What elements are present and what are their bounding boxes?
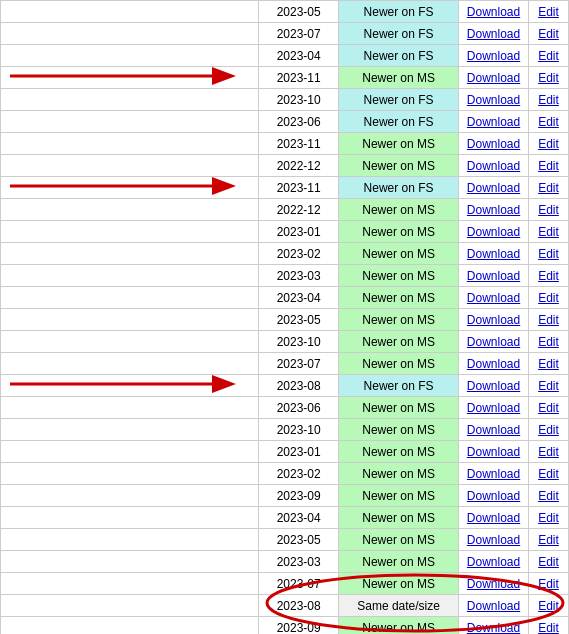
table-row: 2023-11Newer on MSDownloadEdit xyxy=(1,67,569,89)
edit-button[interactable]: Edit xyxy=(538,335,559,349)
edit-button[interactable]: Edit xyxy=(538,467,559,481)
table-row: 2023-05Newer on MSDownloadEdit xyxy=(1,529,569,551)
edit-button[interactable]: Edit xyxy=(538,357,559,371)
edit-button[interactable]: Edit xyxy=(538,621,559,635)
row-date: 2023-06 xyxy=(259,111,339,133)
edit-button[interactable]: Edit xyxy=(538,137,559,151)
table-row: 2023-08Newer on FSDownloadEdit xyxy=(1,375,569,397)
table-row: 2023-07Newer on FSDownloadEdit xyxy=(1,23,569,45)
row-status: Newer on MS xyxy=(339,507,459,529)
download-button[interactable]: Download xyxy=(467,93,520,107)
edit-button[interactable]: Edit xyxy=(538,555,559,569)
table-row: 2023-08Same date/sizeDownloadEdit xyxy=(1,595,569,617)
edit-button[interactable]: Edit xyxy=(538,401,559,415)
row-left xyxy=(1,133,259,155)
download-button[interactable]: Download xyxy=(467,313,520,327)
edit-button[interactable]: Edit xyxy=(538,71,559,85)
edit-button[interactable]: Edit xyxy=(538,291,559,305)
edit-button[interactable]: Edit xyxy=(538,379,559,393)
row-left xyxy=(1,375,259,397)
row-left xyxy=(1,573,259,595)
edit-button[interactable]: Edit xyxy=(538,599,559,613)
download-button[interactable]: Download xyxy=(467,291,520,305)
edit-button[interactable]: Edit xyxy=(538,159,559,173)
row-edit-cell: Edit xyxy=(529,573,569,595)
row-download-cell: Download xyxy=(459,595,529,617)
row-download-cell: Download xyxy=(459,133,529,155)
download-button[interactable]: Download xyxy=(467,445,520,459)
download-button[interactable]: Download xyxy=(467,577,520,591)
row-left xyxy=(1,353,259,375)
download-button[interactable]: Download xyxy=(467,247,520,261)
row-edit-cell: Edit xyxy=(529,617,569,635)
row-download-cell: Download xyxy=(459,1,529,23)
download-button[interactable]: Download xyxy=(467,489,520,503)
download-button[interactable]: Download xyxy=(467,225,520,239)
download-button[interactable]: Download xyxy=(467,71,520,85)
row-download-cell: Download xyxy=(459,155,529,177)
download-button[interactable]: Download xyxy=(467,159,520,173)
download-button[interactable]: Download xyxy=(467,511,520,525)
row-date: 2023-05 xyxy=(259,1,339,23)
row-download-cell: Download xyxy=(459,111,529,133)
edit-button[interactable]: Edit xyxy=(538,489,559,503)
edit-button[interactable]: Edit xyxy=(538,313,559,327)
row-left xyxy=(1,1,259,23)
edit-button[interactable]: Edit xyxy=(538,225,559,239)
table-row: 2023-02Newer on MSDownloadEdit xyxy=(1,243,569,265)
download-button[interactable]: Download xyxy=(467,423,520,437)
row-status: Newer on FS xyxy=(339,111,459,133)
edit-button[interactable]: Edit xyxy=(538,203,559,217)
download-button[interactable]: Download xyxy=(467,5,520,19)
row-left xyxy=(1,419,259,441)
row-date: 2023-03 xyxy=(259,265,339,287)
download-button[interactable]: Download xyxy=(467,357,520,371)
edit-button[interactable]: Edit xyxy=(538,115,559,129)
download-button[interactable]: Download xyxy=(467,137,520,151)
download-button[interactable]: Download xyxy=(467,599,520,613)
row-left xyxy=(1,441,259,463)
download-button[interactable]: Download xyxy=(467,555,520,569)
download-button[interactable]: Download xyxy=(467,467,520,481)
row-left xyxy=(1,595,259,617)
download-button[interactable]: Download xyxy=(467,401,520,415)
download-button[interactable]: Download xyxy=(467,181,520,195)
row-status: Newer on MS xyxy=(339,309,459,331)
download-button[interactable]: Download xyxy=(467,203,520,217)
row-left xyxy=(1,265,259,287)
row-date: 2023-08 xyxy=(259,595,339,617)
edit-button[interactable]: Edit xyxy=(538,181,559,195)
row-status: Newer on MS xyxy=(339,419,459,441)
download-button[interactable]: Download xyxy=(467,27,520,41)
row-date: 2023-10 xyxy=(259,89,339,111)
row-download-cell: Download xyxy=(459,375,529,397)
download-button[interactable]: Download xyxy=(467,621,520,635)
edit-button[interactable]: Edit xyxy=(538,511,559,525)
edit-button[interactable]: Edit xyxy=(538,27,559,41)
edit-button[interactable]: Edit xyxy=(538,423,559,437)
edit-button[interactable]: Edit xyxy=(538,445,559,459)
download-button[interactable]: Download xyxy=(467,379,520,393)
download-button[interactable]: Download xyxy=(467,49,520,63)
edit-button[interactable]: Edit xyxy=(538,49,559,63)
row-date: 2023-10 xyxy=(259,331,339,353)
edit-button[interactable]: Edit xyxy=(538,577,559,591)
edit-button[interactable]: Edit xyxy=(538,5,559,19)
row-download-cell: Download xyxy=(459,199,529,221)
row-edit-cell: Edit xyxy=(529,507,569,529)
download-button[interactable]: Download xyxy=(467,269,520,283)
row-status: Newer on MS xyxy=(339,617,459,635)
row-status: Newer on MS xyxy=(339,265,459,287)
download-button[interactable]: Download xyxy=(467,533,520,547)
download-button[interactable]: Download xyxy=(467,115,520,129)
table-row: 2022-12Newer on MSDownloadEdit xyxy=(1,155,569,177)
edit-button[interactable]: Edit xyxy=(538,247,559,261)
edit-button[interactable]: Edit xyxy=(538,269,559,283)
edit-button[interactable]: Edit xyxy=(538,93,559,107)
row-left xyxy=(1,199,259,221)
row-status: Newer on MS xyxy=(339,485,459,507)
row-date: 2023-07 xyxy=(259,573,339,595)
edit-button[interactable]: Edit xyxy=(538,533,559,547)
download-button[interactable]: Download xyxy=(467,335,520,349)
row-edit-cell: Edit xyxy=(529,529,569,551)
